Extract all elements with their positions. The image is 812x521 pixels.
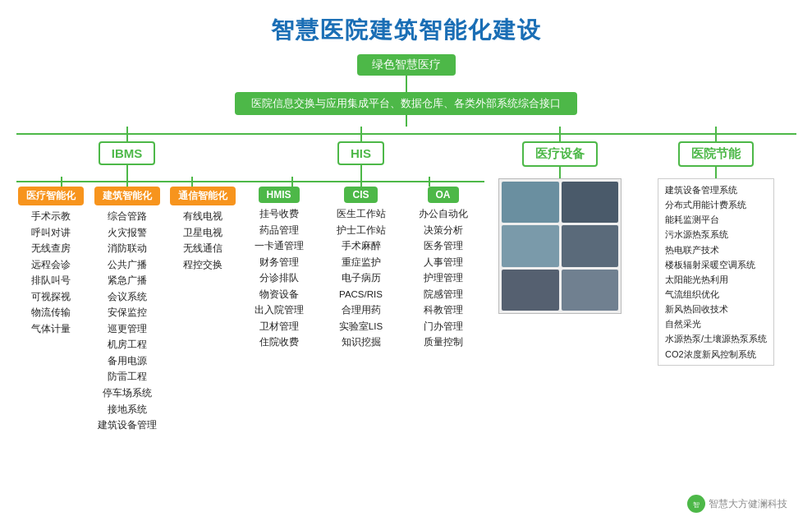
hmis-hline-left (238, 181, 291, 182)
comm-intel-list: 有线电视卫星电视无线通信程控交换 (183, 209, 222, 273)
sub-medical-intel: 医疗智能化 手术示教呼叫对讲无线查房远程会诊排队叫号可视探视物流传输气体计量 (16, 177, 85, 337)
his-vline (360, 165, 362, 177)
medical-img-4 (562, 225, 619, 266)
root-node: 绿色智慧医疗 (357, 54, 456, 76)
me-vline (559, 167, 561, 178)
en-hline-left (636, 133, 716, 135)
watermark-icon: 智 (687, 495, 705, 513)
branch-ibms: IBMS 医疗智能化 手术示教呼叫对讲无线查房远程会诊排队叫号可视探视物流传输气… (16, 127, 238, 434)
energy-list: 建筑设备管理系统 分布式用能计费系统 能耗监测平台 污水源热泵系统 热电联产技术… (658, 178, 774, 366)
cis-list: 医生工作站护士工作站手术麻醉重症监护电子病历PACS/RIS合理用药实验室LIS… (337, 206, 386, 351)
sub-hmis: HMIS 挂号收费药品管理一卡通管理财务管理分诊排队物资设备出入院管理卫材管理住… (238, 177, 320, 351)
his-label: HIS (337, 141, 384, 165)
tree-root: 绿色智慧医疗 医院信息交换与应用集成平台、数据仓库、各类外部系统综合接口 IBM… (16, 54, 796, 434)
ibms-label: IBMS (99, 141, 156, 165)
hmis-list: 挂号收费药品管理一卡通管理财务管理分诊排队物资设备出入院管理卫材管理住院收费 (255, 206, 304, 351)
sub-building-intel: 建筑智能化 综合管路火灾报警消防联动公共广播紧急广播会议系统安保监控巡更管理机房… (85, 177, 168, 434)
sub-oa: OA 办公自动化决策分析医务管理人事管理护理管理院感管理科教管理门办管理质量控制 (402, 177, 484, 351)
sub-comm-intel: 通信智能化 有线电视卫星电视无线通信程控交换 (168, 177, 237, 273)
his-hline-right (362, 133, 484, 135)
hmis-hline-right (293, 181, 320, 182)
medical-img-5 (502, 270, 559, 311)
root-connector (406, 76, 407, 92)
branch-his: HIS HMIS 挂号收费药品管理一卡通管理财务管理分诊排队物资设备出入院管理卫… (238, 127, 484, 351)
medical-intel-label: 医疗智能化 (18, 187, 84, 205)
building-intel-list: 综合管路火灾报警消防联动公共广播紧急广播会议系统安保监控巡更管理机房工程备用电源… (98, 209, 157, 434)
medical-img-3 (502, 225, 559, 266)
ci-hline-right (193, 181, 238, 182)
ibms-sub-row: 医疗智能化 手术示教呼叫对讲无线查房远程会诊排队叫号可视探视物流传输气体计量 建… (16, 177, 238, 434)
ci-hline-left (168, 181, 190, 182)
cis-label: CIS (344, 187, 377, 203)
bi-hline-right (128, 181, 169, 182)
medical-img-2 (562, 182, 619, 223)
oa-hline-right (430, 181, 484, 182)
platform-node: 医院信息交换与应用集成平台、数据仓库、各类外部系统综合接口 (235, 92, 577, 115)
medical-intel-list: 手术示教呼叫对讲无线查房远程会诊排队叫号可视探视物流传输气体计量 (31, 209, 71, 337)
ibms-vline (126, 165, 128, 177)
level2-container: IBMS 医疗智能化 手术示教呼叫对讲无线查房远程会诊排队叫号可视探视物流传输气… (16, 127, 796, 434)
page-title: 智慧医院建筑智能化建设 (16, 8, 796, 54)
hmis-label: HMIS (259, 187, 300, 203)
cis-hline-right (362, 181, 402, 182)
en-vline (715, 167, 717, 178)
his-hline-left (238, 133, 360, 135)
ibms-hline-left (16, 133, 126, 135)
ibms-hline-right (128, 133, 238, 135)
oa-hline-left (402, 181, 429, 182)
platform-connector (406, 115, 407, 127)
oa-label: OA (428, 187, 459, 203)
me-hline-left (484, 133, 560, 135)
medical-images-grid (498, 178, 622, 314)
me-hline-right (561, 133, 636, 135)
branch-medical-equip: 医疗设备 (484, 127, 636, 314)
sub-cis: CIS 医生工作站护士工作站手术麻醉重症监护电子病历PACS/RIS合理用药实验… (320, 177, 402, 351)
en-hline-right (717, 133, 796, 135)
oa-list: 办公自动化决策分析医务管理人事管理护理管理院感管理科教管理门办管理质量控制 (419, 206, 468, 351)
mi-hline-right (62, 181, 85, 182)
his-sub-row: HMIS 挂号收费药品管理一卡通管理财务管理分诊排队物资设备出入院管理卫材管理住… (238, 177, 484, 351)
medical-img-1 (502, 182, 559, 223)
watermark: 智 智慧大方健澜科技 (687, 495, 787, 513)
watermark-text: 智慧大方健澜科技 (709, 497, 787, 511)
energy-label: 医院节能 (678, 141, 754, 167)
svg-text:智: 智 (693, 501, 700, 509)
building-intel-label: 建筑智能化 (94, 187, 160, 205)
branch-energy: 医院节能 建筑设备管理系统 分布式用能计费系统 能耗监测平台 污水源热泵系统 热… (636, 127, 796, 366)
medical-img-6 (562, 270, 619, 311)
cis-hline-left (320, 181, 360, 182)
medical-equip-label: 医疗设备 (522, 141, 598, 167)
bi-hline-left (85, 181, 126, 182)
comm-intel-label: 通信智能化 (170, 187, 236, 205)
main-container: 智慧医院建筑智能化建设 绿色智慧医疗 医院信息交换与应用集成平台、数据仓库、各类… (0, 0, 812, 521)
mi-hline-left (16, 181, 62, 182)
